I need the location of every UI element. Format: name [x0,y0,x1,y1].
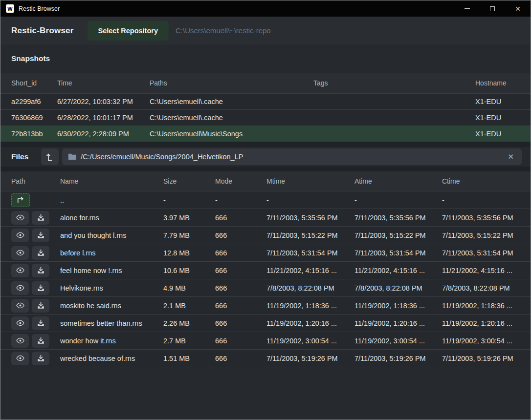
preview-file-button[interactable] [11,229,29,242]
eye-icon [16,355,25,361]
download-file-button[interactable] [32,229,49,242]
current-path-value: /C:/Users/emuell/Music/Songs/2004_Helvet… [81,153,506,161]
snapshot-tags [308,94,469,109]
current-path-input[interactable]: /C:/Users/emuell/Music/Songs/2004_Helvet… [62,148,522,165]
header: Restic-Browser Select Repository C:\User… [0,17,531,44]
download-icon [37,355,44,362]
maximize-button[interactable] [480,0,505,17]
download-file-button[interactable] [32,334,49,348]
file-mode: 666 [209,332,261,349]
file-size: - [157,191,209,209]
file-mode: 666 [209,209,261,226]
snapshot-row-selected[interactable]: 72b813bb 6/30/2022, 2:28:09 PM C:\Users\… [0,126,531,142]
file-size: 10.6 MB [157,262,209,279]
file-mode: 666 [209,262,261,279]
file-atime: - [349,191,436,209]
file-size: 2.26 MB [157,315,209,332]
eye-icon [16,302,25,309]
snapshot-row[interactable]: 76306869 6/28/2022, 10:01:17 PM C:\Users… [0,109,531,126]
snapshot-paths: C:\Users\emuell\Music\Songs [144,126,308,142]
download-icon [37,249,44,256]
snapshots-table-header: Short_id Time Paths Tags Hostname [0,73,531,93]
download-file-button[interactable] [32,211,49,225]
eye-icon [16,285,25,291]
enter-parent-directory-button[interactable] [11,193,30,207]
snapshot-time: 6/27/2022, 10:03:32 PM [51,94,144,109]
file-atime: 7/8/2003, 8:22:08 PM [349,279,436,296]
snapshot-time: 6/30/2022, 2:28:09 PM [51,126,144,142]
file-row: wrecked because of.rns 1.51 MB 666 7/11/… [0,349,531,367]
column-header-ctime: Ctime [436,171,524,191]
file-name: alone for.rns [54,209,157,226]
download-icon [37,284,44,292]
window-controls: ✕ [454,0,531,17]
snapshot-short-id: 76306869 [5,110,51,126]
column-header-name: Name [54,171,157,191]
column-header-hostname: Hostname [469,73,524,93]
parent-directory-row: .. - - - - - [0,191,531,209]
file-ctime: 7/8/2003, 8:22:08 PM [436,279,524,296]
column-header-short-id: Short_id [5,73,51,93]
snapshot-short-id: a2299af6 [5,94,51,109]
select-repository-button[interactable]: Select Repository [88,21,169,41]
file-atime: 11/19/2002, 1:18:36 ... [349,297,436,314]
download-file-button[interactable] [32,316,49,330]
download-file-button[interactable] [32,281,49,295]
snapshot-row[interactable]: a2299af6 6/27/2022, 10:03:32 PM C:\Users… [0,93,531,109]
folder-icon [68,153,76,160]
preview-file-button[interactable] [11,299,29,313]
file-mtime: 11/19/2002, 1:18:36 ... [261,297,349,314]
file-atime: 7/11/2003, 5:15:22 PM [349,227,436,244]
preview-file-button[interactable] [11,211,29,225]
file-row: moskito he said.rns 2.1 MB 666 11/19/200… [0,296,531,314]
files-bar: Files /C:/Users/emuell/Music/Songs/2004_… [0,147,531,167]
download-file-button[interactable] [32,299,49,313]
close-icon: ✕ [515,5,521,12]
snapshot-paths: C:\Users\emuell\.cache [144,94,308,109]
preview-file-button[interactable] [11,264,29,277]
file-mode: 666 [209,244,261,261]
up-and-right-arrow-icon [16,197,25,204]
preview-file-button[interactable] [11,352,29,365]
file-mtime: 7/11/2003, 5:35:56 PM [261,209,349,226]
close-button[interactable]: ✕ [505,0,531,17]
column-header-atime: Atime [349,171,436,191]
file-mode: 666 [209,297,261,314]
column-header-mtime: Mtime [261,171,349,191]
file-row: before l.rns 12.8 MB 666 7/11/2003, 5:31… [0,244,531,261]
snapshot-tags [308,126,469,142]
file-name: feel home now !.rns [54,262,157,279]
preview-file-button[interactable] [11,316,29,330]
minimize-button[interactable] [454,0,480,17]
file-size: 12.8 MB [157,244,209,261]
download-file-button[interactable] [32,246,49,260]
file-size: 4.9 MB [157,279,209,296]
app-logo-icon: W [6,4,14,13]
window-title: Restic Browser [19,5,454,12]
file-mtime: 7/11/2003, 5:31:54 PM [261,244,349,261]
file-size: 7.79 MB [157,227,209,244]
file-atime: 11/21/2002, 4:15:16 ... [349,262,436,279]
download-file-button[interactable] [32,352,49,365]
file-mode: 666 [209,227,261,244]
preview-file-button[interactable] [11,281,29,295]
snapshot-hostname: X1-EDU [469,110,524,126]
file-ctime: 11/19/2002, 3:00:54 ... [436,332,524,349]
download-icon [37,319,44,327]
preview-file-button[interactable] [11,334,29,348]
file-mtime: 11/19/2002, 3:00:54 ... [261,332,349,349]
download-file-button[interactable] [32,264,49,277]
column-header-path: Path [5,171,54,191]
eye-icon [16,337,25,344]
file-mtime: 11/19/2002, 1:20:16 ... [261,315,349,332]
file-ctime: 7/11/2003, 5:19:26 PM [436,350,524,367]
goto-root-path-button[interactable] [41,148,59,165]
preview-file-button[interactable] [11,246,29,260]
file-ctime: - [436,191,524,209]
files-section-title: Files [11,152,28,161]
snapshot-hostname: X1-EDU [469,94,524,109]
download-icon [37,214,44,221]
clear-path-button[interactable]: ✕ [506,151,516,162]
file-name: moskito he said.rns [54,297,157,314]
file-size: 2.1 MB [157,297,209,314]
